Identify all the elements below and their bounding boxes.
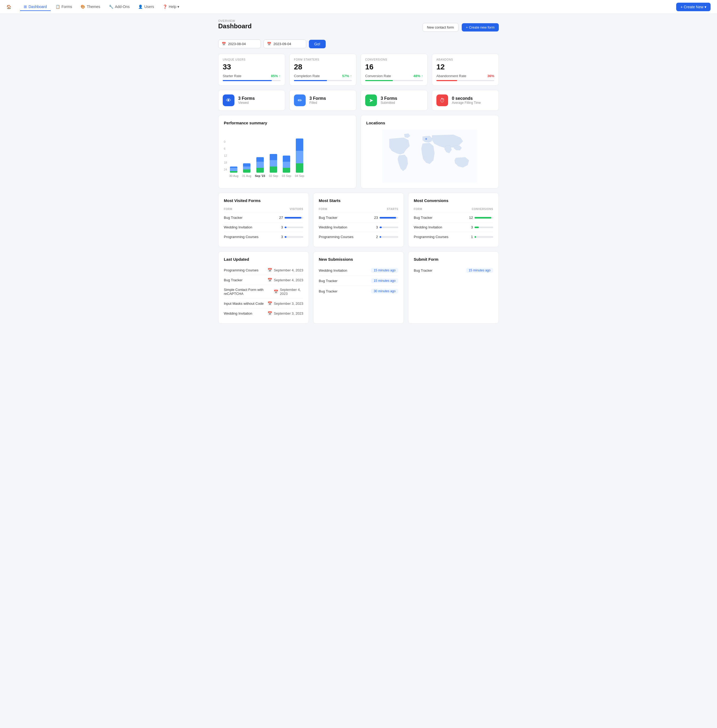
new-contact-form-button[interactable]: New contact form xyxy=(423,23,459,32)
bar-label: 03 Sep xyxy=(282,174,291,177)
end-date-value: 2023-09-04 xyxy=(273,42,291,46)
nav-users[interactable]: 👤 Users xyxy=(134,3,158,11)
info-text: 0 seconds Average Filling Time xyxy=(452,96,481,105)
list-item-form: Simple Contact Form with reCAPTCHA xyxy=(224,288,274,296)
info-big: 3 Forms xyxy=(238,96,255,101)
bar-chart: 24 18 12 6 0 30 Aug 31 Aug xyxy=(224,129,351,177)
nav-addons[interactable]: 🔧 Add-Ons xyxy=(105,3,133,11)
info-text: 3 Forms Submitted xyxy=(381,96,397,105)
bar-group: 04 Sep xyxy=(295,139,304,177)
bar-seg-starts xyxy=(230,168,237,171)
calendar-icon: 📅 xyxy=(267,311,272,315)
most-visited-col-visitors: VISITORS xyxy=(269,206,303,213)
table-cell-val: 12 xyxy=(459,213,493,223)
bar-seg-conversions xyxy=(230,171,237,173)
list-item-date-text: September 3, 2023 xyxy=(274,311,303,315)
map-container xyxy=(366,129,493,183)
create-new-form-button[interactable]: + Create new form xyxy=(462,23,499,32)
dashboard-icon: ⊞ xyxy=(24,5,27,9)
most-visited-card: Most Visited Forms FORM VISITORS Bug Tra… xyxy=(218,193,309,247)
calendar-icon: 📅 xyxy=(274,289,278,294)
table-row: Wedding Invitation 3 xyxy=(414,223,493,232)
info-big: 0 seconds xyxy=(452,96,481,101)
list-item-form: Wedding Invitation xyxy=(224,311,252,315)
table-cell-val: 23 xyxy=(365,213,398,223)
start-date-input[interactable]: 📅 2023-08-04 xyxy=(218,40,261,48)
info-small: Viewed xyxy=(238,101,255,105)
last-updated-card: Last Updated Programming Courses 📅 Septe… xyxy=(218,251,309,324)
bar-seg-starts xyxy=(296,151,303,163)
svg-point-2 xyxy=(425,138,427,140)
create-new-button[interactable]: + Create New ▾ xyxy=(676,3,711,11)
table-cell-form: Bug Tracker xyxy=(319,213,365,223)
stat-label: CONVERSIONS xyxy=(365,58,423,61)
bar-seg-conversions xyxy=(296,163,303,173)
stat-pct: 85% ↑ xyxy=(271,74,281,78)
list-item: Wedding Invitation 15 minutes ago xyxy=(319,265,398,275)
stat-card: UNIQUE USERS 33 Starter Rate 85% ↑ xyxy=(218,54,285,86)
nav-dashboard[interactable]: ⊞ Dashboard xyxy=(20,3,51,11)
most-conversions-table: FORM CONVERSIONS Bug Tracker 12 Wedding … xyxy=(414,206,493,242)
stat-card: ABANDONS 12 Abandonment Rate 36% xyxy=(432,54,499,86)
bar-stack xyxy=(270,154,277,173)
most-conversions-title: Most Conversions xyxy=(414,198,493,203)
list-item-date: 📅 September 4, 2023 xyxy=(267,278,303,282)
bar-label: Sep '23 xyxy=(255,174,265,177)
list-item-form: Input Masks without Code xyxy=(224,301,264,306)
bar-stack xyxy=(296,139,303,173)
go-button[interactable]: Go! xyxy=(309,40,326,48)
last-updated-list: Programming Courses 📅 September 4, 2023 … xyxy=(224,265,303,318)
table-cell-val: 1 xyxy=(459,232,493,242)
table-row: Programming Courses 1 xyxy=(414,232,493,242)
table-cell-form: Programming Courses xyxy=(319,232,365,242)
info-icon: 👁 xyxy=(223,95,235,106)
start-date-value: 2023-08-04 xyxy=(228,42,246,46)
list-item: Input Masks without Code 📅 September 3, … xyxy=(224,298,303,308)
bar-seg-views xyxy=(283,156,290,162)
stat-value: 12 xyxy=(436,63,494,71)
brand[interactable]: 🏠 xyxy=(6,5,11,9)
info-card: ✏ 3 Forms Filled xyxy=(290,90,356,111)
nav-forms[interactable]: 📋 Forms xyxy=(52,3,76,11)
home-icon: 🏠 xyxy=(6,5,11,9)
list-item: Bug Tracker 15 minutes ago xyxy=(414,265,493,275)
end-date-input[interactable]: 📅 2023-09-04 xyxy=(264,40,306,48)
themes-icon: 🎨 xyxy=(81,5,85,9)
info-small: Average Filling Time xyxy=(452,101,481,105)
info-icon: ➤ xyxy=(365,95,377,106)
info-icon: ⏱ xyxy=(436,95,448,106)
nav-help[interactable]: ❓ Help ▾ xyxy=(159,3,183,11)
stat-label: ABANDONS xyxy=(436,58,494,61)
submit-form-card: Submit Form Bug Tracker 15 minutes ago xyxy=(408,251,499,324)
table-cell-form: Wedding Invitation xyxy=(224,223,269,232)
stat-value: 28 xyxy=(294,63,352,71)
table-cell-form: Bug Tracker xyxy=(224,213,269,223)
list-item: Programming Courses 📅 September 4, 2023 xyxy=(224,265,303,275)
bar-group: Sep '23 xyxy=(255,157,265,177)
table-cell-form: Bug Tracker xyxy=(414,213,459,223)
submit-form-title: Submit Form xyxy=(414,257,493,262)
date-filter: 📅 2023-08-04 📅 2023-09-04 Go! xyxy=(218,40,499,48)
list-item: Bug Tracker 30 minutes ago xyxy=(319,286,398,296)
locations-card: Locations xyxy=(361,115,499,188)
table-row: Bug Tracker 27 xyxy=(224,213,303,223)
bar-label: 31 Aug xyxy=(242,174,251,177)
list-item-date: 📅 September 3, 2023 xyxy=(267,311,303,315)
table-cell-val: 27 xyxy=(269,213,303,223)
stat-cards-row: UNIQUE USERS 33 Starter Rate 85% ↑ FORM … xyxy=(218,54,499,86)
nav-themes[interactable]: 🎨 Themes xyxy=(77,3,104,11)
info-card: 👁 3 Forms Viewed xyxy=(218,90,285,111)
stat-footer: Abandonment Rate 36% xyxy=(436,74,494,78)
most-starts-title: Most Starts xyxy=(319,198,398,203)
bar-label: 04 Sep xyxy=(295,174,304,177)
bar-group: 31 Aug xyxy=(242,163,251,177)
stat-pct: 36% xyxy=(487,74,494,78)
info-text: 3 Forms Filled xyxy=(310,96,326,105)
users-icon: 👤 xyxy=(138,5,143,9)
stat-progress-bar xyxy=(365,80,393,81)
list-item-date-text: September 4, 2023 xyxy=(274,278,303,282)
bar-seg-starts xyxy=(243,167,250,170)
list-item-date-text: September 4, 2023 xyxy=(274,268,303,272)
info-card: ⏱ 0 seconds Average Filling Time xyxy=(432,90,499,111)
info-card: ➤ 3 Forms Submitted xyxy=(361,90,427,111)
